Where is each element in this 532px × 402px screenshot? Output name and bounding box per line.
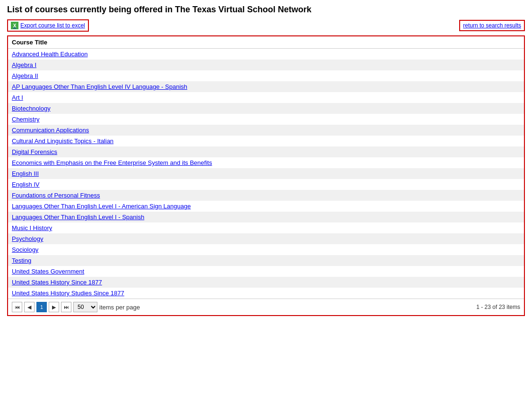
pagination-controls: ⏮ ◀ 1 ▶ ⏭ 50 25 100 items per page: [12, 302, 140, 312]
export-label: Export course list to excel: [20, 22, 85, 29]
table-row: English III: [8, 168, 524, 179]
table-row: Economics with Emphasis on the Free Ente…: [8, 157, 524, 168]
course-empty-cell: [261, 70, 524, 81]
course-link[interactable]: Digital Forensics: [12, 148, 57, 155]
table-row: United States Government: [8, 266, 524, 277]
table-row: Music I History: [8, 222, 524, 233]
table-row: Advanced Health Education: [8, 49, 524, 60]
table-row: Algebra I: [8, 60, 524, 70]
table-row: English IV: [8, 179, 524, 190]
table-row: Languages Other Than English Level I - A…: [8, 201, 524, 212]
course-empty-cell: [261, 125, 524, 136]
table-row: AP Languages Other Than English Level IV…: [8, 81, 524, 92]
first-page-button[interactable]: ⏮: [12, 302, 22, 312]
table-row: Cultural And Linguistic Topics - Italian: [8, 136, 524, 146]
course-link[interactable]: Art I: [12, 94, 23, 101]
table-row: Chemistry: [8, 114, 524, 125]
top-bar: X Export course list to excel return to …: [7, 19, 525, 32]
course-empty-cell: [261, 190, 524, 201]
export-button[interactable]: X Export course list to excel: [7, 19, 89, 32]
table-row: United States History Since 1877: [8, 277, 524, 288]
course-link[interactable]: Chemistry: [12, 116, 40, 123]
course-link[interactable]: Music I History: [12, 224, 52, 231]
table-row: Algebra II: [8, 70, 524, 81]
table-header-row: Course Title: [8, 36, 524, 49]
last-page-button[interactable]: ⏭: [61, 302, 71, 312]
table-row: United States History Studies Since 1877: [8, 288, 524, 299]
course-link[interactable]: Foundations of Personal Fitness: [12, 192, 100, 199]
course-table: Course Title Advanced Health EducationAl…: [8, 36, 524, 299]
course-link[interactable]: AP Languages Other Than English Level IV…: [12, 83, 187, 90]
course-empty-cell: [261, 179, 524, 190]
table-row: Foundations of Personal Fitness: [8, 190, 524, 201]
course-empty-cell: [261, 146, 524, 157]
course-empty-cell: [261, 244, 524, 255]
column-empty-header: [261, 36, 524, 49]
course-empty-cell: [261, 168, 524, 179]
course-link[interactable]: English III: [12, 170, 39, 177]
course-link[interactable]: Languages Other Than English Level I - A…: [12, 203, 191, 210]
course-empty-cell: [261, 233, 524, 244]
course-empty-cell: [261, 288, 524, 299]
course-link[interactable]: Biotechnology: [12, 105, 51, 112]
course-empty-cell: [261, 266, 524, 277]
table-row: Languages Other Than English Level I - S…: [8, 212, 524, 222]
return-link[interactable]: return to search results: [459, 20, 525, 31]
course-link[interactable]: United States Government: [12, 268, 84, 275]
items-info: 1 - 23 of 23 items: [476, 304, 520, 310]
next-page-button[interactable]: ▶: [49, 302, 59, 312]
course-empty-cell: [261, 157, 524, 168]
table-row: Biotechnology: [8, 103, 524, 114]
course-link[interactable]: Languages Other Than English Level I - S…: [12, 214, 144, 221]
column-title-header: Course Title: [8, 36, 261, 49]
course-empty-cell: [261, 255, 524, 266]
export-icon: X: [11, 22, 18, 29]
prev-page-button[interactable]: ◀: [24, 302, 35, 312]
course-empty-cell: [261, 49, 524, 60]
per-page-label: items per page: [99, 304, 140, 311]
course-empty-cell: [261, 136, 524, 146]
table-row: Testing: [8, 255, 524, 266]
current-page-button[interactable]: 1: [36, 302, 47, 312]
per-page-select[interactable]: 50 25 100: [73, 302, 97, 312]
table-row: Digital Forensics: [8, 146, 524, 157]
course-link[interactable]: Psychology: [12, 235, 43, 242]
page-title: List of courses currently being offered …: [7, 5, 525, 15]
course-empty-cell: [261, 222, 524, 233]
course-link[interactable]: Testing: [12, 257, 31, 264]
table-row: Communication Applications: [8, 125, 524, 136]
course-empty-cell: [261, 92, 524, 103]
course-link[interactable]: English IV: [12, 181, 40, 188]
course-empty-cell: [261, 103, 524, 114]
course-link[interactable]: Economics with Emphasis on the Free Ente…: [12, 159, 212, 166]
course-empty-cell: [261, 201, 524, 212]
course-empty-cell: [261, 212, 524, 222]
course-link[interactable]: Cultural And Linguistic Topics - Italian: [12, 137, 113, 145]
course-link[interactable]: Algebra II: [12, 72, 38, 79]
course-link[interactable]: United States History Since 1877: [12, 279, 102, 286]
course-empty-cell: [261, 114, 524, 125]
table-row: Sociology: [8, 244, 524, 255]
course-link[interactable]: United States History Studies Since 1877: [12, 290, 124, 297]
course-empty-cell: [261, 277, 524, 288]
course-link[interactable]: Algebra I: [12, 61, 36, 68]
table-row: Art I: [8, 92, 524, 103]
table-row: Psychology: [8, 233, 524, 244]
course-empty-cell: [261, 60, 524, 70]
course-table-wrapper: Course Title Advanced Health EducationAl…: [7, 35, 525, 316]
course-empty-cell: [261, 81, 524, 92]
pagination-bar: ⏮ ◀ 1 ▶ ⏭ 50 25 100 items per page 1 - 2…: [8, 299, 524, 315]
course-link[interactable]: Sociology: [12, 246, 38, 253]
course-link[interactable]: Advanced Health Education: [12, 51, 87, 58]
course-link[interactable]: Communication Applications: [12, 127, 89, 134]
